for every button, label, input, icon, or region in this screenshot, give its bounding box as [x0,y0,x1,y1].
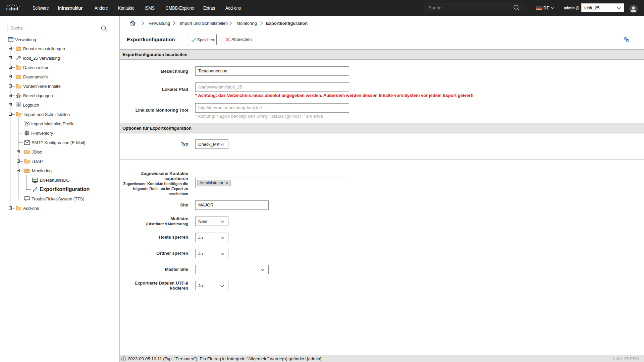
svg-text:i-doit: i-doit [6,6,19,11]
